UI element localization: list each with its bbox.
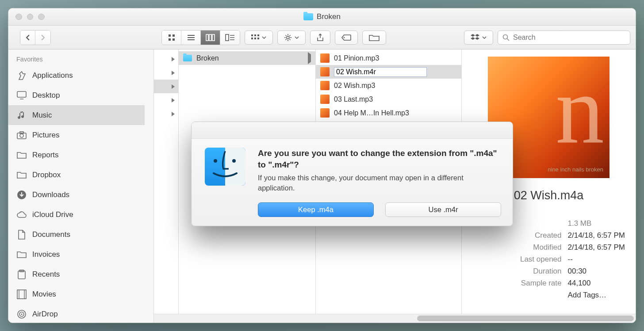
sidebar-item-invoices[interactable]: Invoices [8,244,145,264]
sidebar-item-label: AirDrop [32,310,58,319]
svg-point-20 [287,36,289,39]
file-row[interactable]: 02 Wish.mp3 [316,79,461,92]
preview-filename: 02 Wish.m4a [514,189,584,202]
icon-view-button[interactable] [162,30,181,45]
action-button[interactable] [277,30,306,45]
sidebar-item-documents[interactable]: Documents [8,224,145,244]
scrollbar-thumb[interactable] [417,316,634,321]
sidebar-item-label: Music [32,111,52,120]
zoom-window-button[interactable] [38,14,45,20]
nav-buttons [20,30,51,45]
folder-disclosure[interactable] [154,66,178,80]
svg-rect-32 [17,290,26,299]
preview-size: 1.3 MB [568,219,625,228]
horizontal-scrollbar[interactable] [154,314,636,323]
dialog-question: Are you sure you want to change the exte… [258,148,501,170]
add-tags-link[interactable]: Add Tags… [568,291,625,300]
audio-file-icon [320,95,330,104]
sidebar-item-movies[interactable]: Movies [8,284,145,304]
sidebar-item-airdrop[interactable]: AirDrop [8,304,145,323]
svg-rect-1 [172,34,175,37]
tags-button[interactable] [335,30,358,45]
list-view-button[interactable] [181,30,201,45]
sidebar-item-label: Pictures [32,131,59,140]
arrange-button[interactable] [245,30,273,45]
close-window-button[interactable] [15,14,22,20]
window-title-text: Broken [317,12,341,21]
filename-edit-input[interactable] [334,67,427,77]
share-button[interactable] [310,30,330,45]
folder-disclosure[interactable] [154,80,178,93]
sidebar-item-label: Recents [32,270,60,279]
sidebar-item-reports[interactable]: Reports [8,145,145,165]
sidebar-item-icloud-drive[interactable]: iCloud Drive [8,205,145,224]
sidebar-item-pictures[interactable]: Pictures [8,125,145,145]
filename-label: 03 Last.mp3 [334,95,373,103]
desktop-icon [16,90,27,101]
svg-rect-3 [172,38,175,41]
sidebar-scrollbar[interactable] [145,49,153,323]
file-row[interactable]: 03 Last.mp3 [316,92,461,106]
back-button[interactable] [20,30,35,45]
keep-extension-button[interactable]: Keep .m4a [258,202,374,217]
sidebar-item-desktop[interactable]: Desktop [8,85,145,105]
toolbar [8,26,636,49]
folder-disclosure[interactable] [154,52,178,66]
new-folder-button[interactable] [362,30,386,45]
folder-icon [183,55,192,61]
sidebar-item-music[interactable]: Music [8,105,145,125]
folder-row[interactable]: Broken [179,51,315,65]
folder-icon [16,249,27,260]
minimize-window-button[interactable] [27,14,34,20]
forward-button[interactable] [35,30,50,45]
svg-rect-28 [20,132,23,133]
sidebar-item-label: Downloads [32,190,69,199]
svg-rect-15 [254,34,256,36]
folder-disclosure[interactable] [154,93,178,107]
sidebar-item-applications[interactable]: Applications [8,65,145,85]
sidebar-item-recents[interactable]: Recents [8,264,145,284]
sidebar-item-label: Applications [32,71,73,80]
dialog-detail: If you make this change, your document m… [258,173,501,193]
airdrop-icon [16,309,27,320]
folder-disclosure[interactable] [154,107,178,121]
svg-rect-8 [209,34,211,41]
use-extension-button[interactable]: Use .m4r [385,202,501,217]
dialog-titlebar [192,122,513,139]
file-row[interactable]: 04 Help M…In Hell.mp3 [316,106,461,120]
svg-line-23 [507,38,510,41]
svg-rect-0 [169,34,171,37]
meta-value: 2/14/18, 6:57 PM [568,243,625,252]
sidebar-item-label: iCloud Drive [32,210,73,219]
sidebar-item-downloads[interactable]: Downloads [8,185,145,205]
gear-icon [284,34,292,42]
folder-icon [16,170,27,180]
meta-key: Duration [472,267,562,276]
svg-rect-16 [257,34,259,36]
chevron-right-icon [172,57,175,61]
audio-file-icon [320,67,330,76]
preview-metadata: 1.3 MB Created2/14/18, 6:57 PMModified2/… [472,219,625,300]
search-input[interactable] [513,34,625,42]
gallery-view-button[interactable] [220,30,240,45]
folder-name: Broken [196,54,219,62]
sidebar-item-dropbox[interactable]: Dropbox [8,165,145,185]
meta-value: -- [568,255,625,264]
recents-icon [16,269,27,280]
tag-icon [341,34,351,41]
file-row[interactable] [316,65,461,79]
meta-key: Sample rate [472,279,562,288]
svg-rect-9 [212,34,215,41]
share-icon [317,34,324,42]
folder-icon [16,150,27,160]
dropbox-button[interactable] [464,30,493,45]
sidebar-item-label: Invoices [32,250,60,259]
file-row[interactable]: 01 Pinion.mp3 [316,51,461,65]
svg-point-39 [232,159,236,163]
titlebar: Broken [8,8,636,26]
filename-label: 01 Pinion.mp3 [334,54,379,62]
search-field[interactable] [498,30,630,45]
column-view-button[interactable] [201,30,220,45]
svg-point-22 [503,34,508,39]
album-caption: nine inch nails broken [548,166,603,173]
